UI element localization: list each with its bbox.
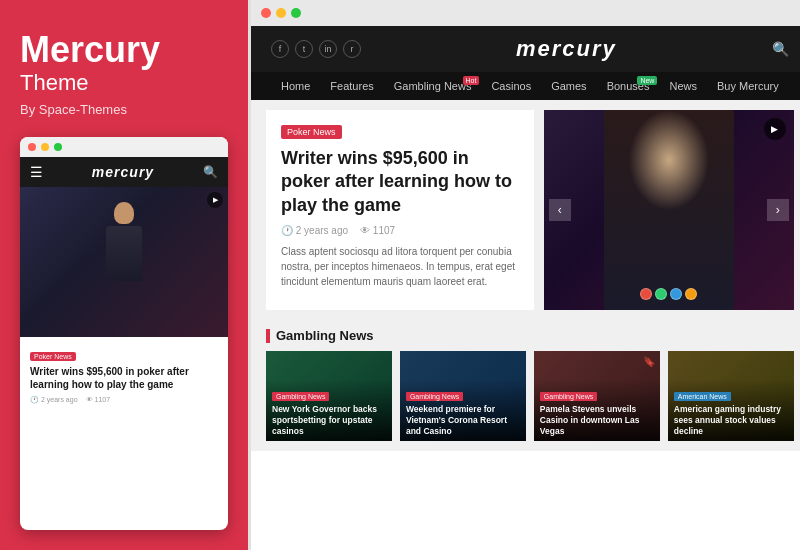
news-card-4-title: American gaming industry sees annual sto… [674, 404, 788, 437]
theme-title-block: Mercury Theme By Space-Themes [20, 30, 228, 137]
nav-gambling-news[interactable]: Gambling NewsHot [384, 72, 482, 100]
carousel-prev-button[interactable]: ‹ [549, 199, 571, 221]
mini-person-head [114, 202, 134, 224]
site-nav: Home Features Gambling NewsHot Casinos G… [251, 72, 800, 100]
mini-article-meta: 🕐 2 years ago 👁 1107 [30, 396, 218, 404]
nav-buy-mercury[interactable]: Buy Mercury [707, 72, 789, 100]
news-card-4[interactable]: American News American gaming industry s… [668, 351, 794, 441]
news-card-1-overlay: Gambling News New York Governor backs sp… [266, 379, 392, 441]
mini-maximize-dot [54, 143, 62, 151]
mini-person-body [106, 226, 142, 281]
news-card-1-tag: Gambling News [272, 392, 329, 401]
mini-browser-bar [20, 137, 228, 157]
news-card-2-title: Weekend premiere for Vietnam's Corona Re… [406, 404, 520, 437]
mini-browser: ☰ mercury 🔍 ▶ Poker News Writer wins $95… [20, 137, 228, 530]
news-grid: Gambling News New York Governor backs sp… [266, 351, 794, 441]
rss-icon[interactable]: r [343, 40, 361, 58]
site-header: f t in r mercury 🔍 Home Features Gamblin… [251, 26, 800, 100]
mini-site-logo: mercury [92, 164, 154, 180]
nav-casinos[interactable]: Casinos [481, 72, 541, 100]
chip-2 [655, 288, 667, 300]
nav-features[interactable]: Features [320, 72, 383, 100]
news-card-4-tag: American News [674, 392, 731, 401]
news-card-3-bookmark-icon: 🔖 [643, 356, 655, 367]
mini-hamburger-icon[interactable]: ☰ [30, 164, 43, 180]
news-card-4-overlay: American News American gaming industry s… [668, 379, 794, 441]
site-logo: mercury [516, 36, 617, 62]
hero-figure [604, 110, 734, 310]
news-card-3-title: Pamela Stevens unveils Casino in downtow… [540, 404, 654, 437]
site-content: f t in r mercury 🔍 Home Features Gamblin… [251, 26, 800, 550]
left-panel: Mercury Theme By Space-Themes ☰ mercury … [0, 0, 248, 550]
news-card-1-title: New York Governor backs sportsbetting fo… [272, 404, 386, 437]
news-card-2[interactable]: Gambling News Weekend premiere for Vietn… [400, 351, 526, 441]
carousel-next-button[interactable]: › [767, 199, 789, 221]
nav-games[interactable]: Games [541, 72, 596, 100]
facebook-icon[interactable]: f [271, 40, 289, 58]
news-card-3-overlay: Gambling News Pamela Stevens unveils Cas… [534, 379, 660, 441]
section-title-text: Gambling News [276, 328, 374, 343]
article-meta-time: 🕐 2 years ago [281, 225, 348, 236]
mini-search-icon[interactable]: 🔍 [203, 165, 218, 179]
mini-article-tag: Poker News [30, 352, 76, 361]
news-card-3[interactable]: 🔖 Gambling News Pamela Stevens unveils C… [534, 351, 660, 441]
browser-bar [251, 0, 800, 26]
news-card-1[interactable]: Gambling News New York Governor backs sp… [266, 351, 392, 441]
gambling-news-badge: Hot [463, 76, 480, 85]
header-top: f t in r mercury 🔍 [251, 26, 800, 72]
nav-home[interactable]: Home [271, 72, 320, 100]
chip-3 [670, 288, 682, 300]
theme-author: By Space-Themes [20, 102, 228, 117]
mini-meta-views: 👁 1107 [86, 396, 111, 403]
header-search-icon[interactable]: 🔍 [772, 41, 789, 57]
news-card-2-overlay: Gambling News Weekend premiere for Vietn… [400, 379, 526, 441]
bonuses-badge: New [637, 76, 657, 85]
mini-site-header: ☰ mercury 🔍 [20, 157, 228, 187]
article-meta-views: 👁 1107 [360, 225, 395, 236]
theme-subtitle: Theme [20, 70, 228, 96]
mini-close-dot [28, 143, 36, 151]
featured-article-meta: 🕐 2 years ago 👁 1107 [281, 225, 519, 236]
news-card-2-tag: Gambling News [406, 392, 463, 401]
instagram-icon[interactable]: in [319, 40, 337, 58]
mini-meta-time: 🕐 2 years ago [30, 396, 78, 404]
chip-1 [640, 288, 652, 300]
featured-article-excerpt: Class aptent sociosqu ad litora torquent… [281, 244, 519, 289]
maximize-dot [291, 8, 301, 18]
mini-play-button[interactable]: ▶ [207, 192, 223, 208]
close-dot [261, 8, 271, 18]
mini-article-info: Poker News Writer wins $95,600 in poker … [20, 337, 228, 412]
mini-hero-bg [20, 187, 228, 337]
news-card-3-tag: Gambling News [540, 392, 597, 401]
right-panel: f t in r mercury 🔍 Home Features Gamblin… [248, 0, 800, 550]
chip-4 [685, 288, 697, 300]
featured-article: Poker News Writer wins $95,600 in poker … [266, 110, 534, 310]
social-icons: f t in r [271, 40, 361, 58]
main-content: Poker News Writer wins $95,600 in poker … [251, 100, 800, 320]
theme-name: Mercury [20, 30, 228, 70]
nav-bonuses[interactable]: BonusesNew [597, 72, 660, 100]
gambling-news-section: Gambling News Gambling News New York Gov… [251, 320, 800, 451]
minimize-dot [276, 8, 286, 18]
hero-image: ▶ ‹ › [544, 110, 794, 310]
hero-play-button[interactable]: ▶ [764, 118, 786, 140]
mini-article-title: Writer wins $95,600 in poker after learn… [30, 365, 218, 391]
nav-news[interactable]: News [659, 72, 707, 100]
mini-person-figure [97, 202, 152, 322]
section-accent [266, 329, 270, 343]
section-title: Gambling News [266, 328, 794, 343]
featured-article-tag: Poker News [281, 125, 342, 139]
twitter-icon[interactable]: t [295, 40, 313, 58]
mini-minimize-dot [41, 143, 49, 151]
featured-article-title[interactable]: Writer wins $95,600 in poker after learn… [281, 147, 519, 217]
mini-site-content: ▶ Poker News Writer wins $95,600 in poke… [20, 187, 228, 530]
hero-person-bg [604, 110, 734, 310]
mini-hero-image: ▶ [20, 187, 228, 337]
chips-overlay [604, 288, 734, 300]
